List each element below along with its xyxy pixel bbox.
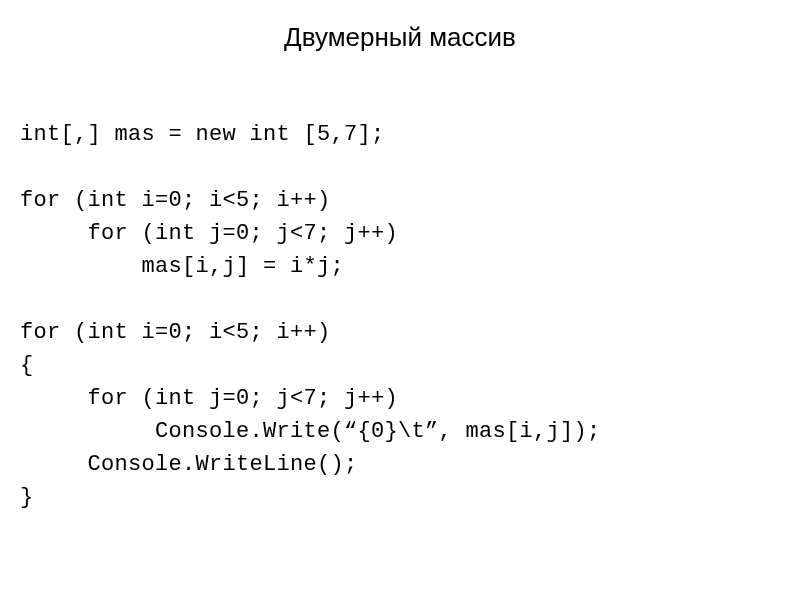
code-line: Console.Write(“{0}\t”, mas[i,j]); bbox=[20, 419, 601, 444]
code-line: for (int i=0; i<5; i++) bbox=[20, 188, 331, 213]
code-line: int[,] mas = new int [5,7]; bbox=[20, 122, 385, 147]
code-block: int[,] mas = new int [5,7]; for (int i=0… bbox=[20, 85, 780, 514]
code-line: for (int j=0; j<7; j++) bbox=[20, 221, 398, 246]
code-line: { bbox=[20, 353, 34, 378]
code-line: for (int i=0; i<5; i++) bbox=[20, 320, 331, 345]
page-title: Двумерный массив bbox=[20, 18, 780, 57]
code-line: for (int j=0; j<7; j++) bbox=[20, 386, 398, 411]
code-line: } bbox=[20, 485, 34, 510]
code-line: mas[i,j] = i*j; bbox=[20, 254, 344, 279]
code-line: Console.WriteLine(); bbox=[20, 452, 358, 477]
